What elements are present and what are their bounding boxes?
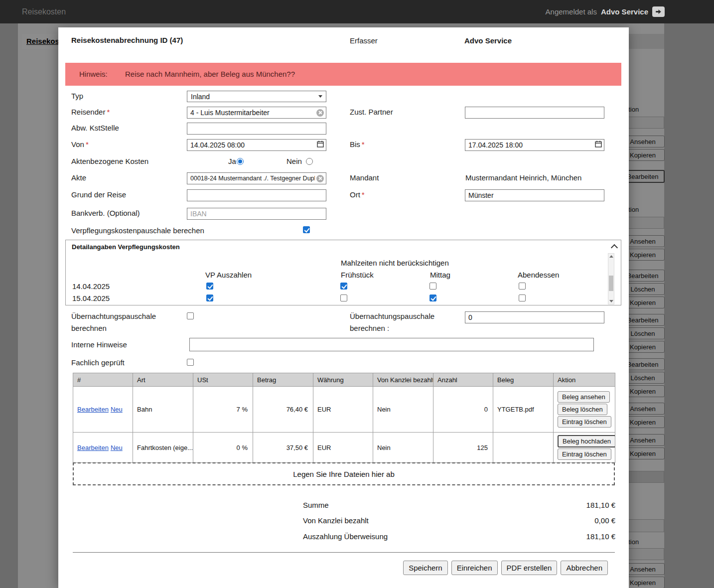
scrollbar-thumb[interactable] — [609, 276, 613, 291]
summary-row: Summe 181,10 € — [303, 501, 615, 509]
typ-select[interactable]: Inland — [187, 91, 326, 102]
vp-pauschale-label: Verpflegungskostenpauschale berechen — [71, 226, 204, 235]
clear-icon[interactable] — [316, 109, 324, 117]
interne-hinweise-input[interactable] — [189, 338, 594, 351]
erfasser-value: Advo Service — [464, 36, 512, 45]
abbrechen-button[interactable]: Abbrechen — [561, 561, 608, 575]
cell-art: Bahn — [133, 387, 193, 433]
mittag-checkbox[interactable] — [429, 294, 436, 301]
hinweis-label: Hinweis: — [79, 70, 108, 78]
clear-icon[interactable] — [316, 175, 324, 182]
verpflegungskosten-detail-panel: Detailangaben Verpflegungskosten Mahlzei… — [65, 240, 621, 305]
logout-icon[interactable] — [652, 6, 665, 17]
uebernachtung-checkbox[interactable] — [187, 312, 194, 319]
abendessen-checkbox[interactable] — [519, 294, 526, 301]
grund-input[interactable] — [187, 189, 326, 201]
summary-row: Von Kanzlei bezahlt 0,00 € — [303, 516, 615, 525]
kanzlei-bezahlt-label: Von Kanzlei bezahlt — [303, 516, 369, 525]
akte-label: Akte — [71, 173, 86, 182]
logged-in-as-label: Angemeldet als — [546, 7, 597, 16]
summe-value: 181,10 € — [586, 501, 615, 509]
scroll-down-icon[interactable] — [609, 300, 613, 302]
cell-beleg: YTGETB.pdf — [493, 387, 554, 433]
eintrag-loeschen-button[interactable]: Eintrag löschen — [558, 448, 611, 460]
kanzlei-bezahlt-value: 0,00 € — [594, 516, 615, 525]
ort-label: Ort* — [350, 190, 365, 199]
beleg-ansehen-button[interactable]: Beleg ansehen — [558, 391, 610, 403]
abw-kststelle-label: Abw. KstStelle — [71, 124, 119, 132]
col-ust: USt — [193, 373, 253, 387]
col-fruehstueck: Frühstück — [341, 271, 374, 279]
cell-kanzlei: Nein — [373, 387, 433, 433]
ja-label: Ja — [228, 157, 236, 165]
col-waehrung: Währung — [313, 373, 373, 387]
von-value: 14.04.2025 08:00 — [190, 141, 315, 149]
bis-input[interactable]: 17.04.2025 18:00 — [465, 139, 604, 151]
reisender-input[interactable]: 4 - Luis Mustermitarbeiter — [187, 107, 326, 119]
col-abendessen: Abendessen — [518, 271, 559, 279]
meals-header: Mahlzeiten nicht berücksichtigen — [341, 259, 449, 267]
detail-scrollbar[interactable] — [608, 253, 614, 304]
akte-input[interactable]: 00018-24 Mustermandant ./. Testgegner Du… — [187, 172, 326, 184]
pdf-erstellen-button[interactable]: PDF erstellen — [501, 561, 558, 575]
neu-link[interactable]: Neu — [111, 444, 123, 451]
col-kanzlei: Von Kanzlei bezahlt — [373, 373, 433, 387]
abw-kststelle-input[interactable] — [187, 123, 326, 135]
neu-link[interactable]: Neu — [111, 406, 123, 413]
von-input[interactable]: 14.04.2025 08:00 — [187, 139, 326, 151]
vp-pauschale-checkbox[interactable] — [303, 226, 310, 233]
typ-select-value: Inland — [191, 93, 318, 101]
reisender-value: 4 - Luis Mustermitarbeiter — [190, 109, 315, 117]
app-title: Reisekosten — [22, 0, 66, 23]
collapse-chevron-icon[interactable] — [611, 244, 618, 251]
einreichen-button[interactable]: Einreichen — [451, 561, 498, 575]
uebernachtung-label-line1: Übernachtungspauschale — [71, 312, 156, 320]
col-art: Art — [133, 373, 193, 387]
col-beleg: Beleg — [493, 373, 554, 387]
mandant-value: Mustermandant Heinrich, München — [465, 173, 581, 182]
interne-hinweise-label: Interne Hinweise — [71, 340, 127, 349]
topbar-user-area: Angemeldet als Advo Service — [546, 0, 665, 23]
mittag-checkbox[interactable] — [429, 283, 436, 290]
col-anzahl: Anzahl — [433, 373, 493, 387]
fruehstueck-checkbox[interactable] — [340, 294, 347, 301]
calendar-icon[interactable] — [595, 141, 602, 149]
cell-ust: 7 % — [193, 387, 253, 433]
nein-radio[interactable] — [306, 158, 313, 165]
detail-row-date: 15.04.2025 — [72, 294, 110, 302]
hinweis-alert: Hinweis: Reise nach Mannheim, aber Beleg… — [65, 63, 621, 86]
zust-partner-input[interactable] — [465, 107, 604, 119]
summe-label: Summe — [303, 501, 329, 509]
dialog-footer: Speichern Einreichen PDF erstellen Abbre… — [403, 561, 608, 575]
col-vp-auszahlen: VP Auszahlen — [205, 271, 252, 279]
vp-auszahlen-checkbox[interactable] — [206, 294, 213, 301]
fruehstueck-checkbox[interactable] — [340, 283, 347, 290]
calendar-icon[interactable] — [317, 141, 324, 149]
bankverb-input[interactable] — [187, 208, 326, 220]
abendessen-checkbox[interactable] — [519, 283, 526, 290]
auszahlung-label: Auszahlung Überweisung — [303, 532, 388, 541]
nein-label: Nein — [286, 157, 302, 165]
von-label: Von* — [71, 140, 89, 148]
speichern-button[interactable]: Speichern — [403, 561, 448, 575]
mandant-label: Mandant — [350, 173, 379, 182]
uebernachtung-label-line2: berechnen — [71, 324, 107, 332]
beleg-loeschen-button[interactable]: Beleg löschen — [558, 404, 607, 415]
uebernachtung-right-label-line1: Übernachtungspauschale — [350, 312, 434, 320]
eintrag-loeschen-button[interactable]: Eintrag löschen — [558, 416, 611, 428]
bearbeiten-link[interactable]: Bearbeiten — [77, 444, 109, 451]
beleg-hochladen-button[interactable]: Beleg hochladen — [558, 435, 615, 447]
bearbeiten-link[interactable]: Bearbeiten — [77, 406, 109, 413]
uebernachtung-input[interactable] — [465, 311, 604, 323]
ja-radio[interactable] — [237, 158, 244, 165]
col-aktion: Aktion — [554, 373, 615, 387]
file-dropzone[interactable]: Legen Sie Ihre Dateien hier ab — [73, 462, 615, 485]
chevron-down-icon — [318, 95, 322, 98]
fachlich-geprueft-checkbox[interactable] — [187, 359, 194, 366]
summary-row: Auszahlung Überweisung 181,10 € — [303, 532, 615, 541]
scroll-up-icon[interactable] — [609, 255, 613, 258]
vp-auszahlen-checkbox[interactable] — [206, 283, 213, 290]
ort-input[interactable] — [465, 189, 604, 201]
logged-in-user: Advo Service — [601, 7, 648, 16]
dialog-title: Reisekostenabrechnung ID (47) — [71, 36, 183, 44]
